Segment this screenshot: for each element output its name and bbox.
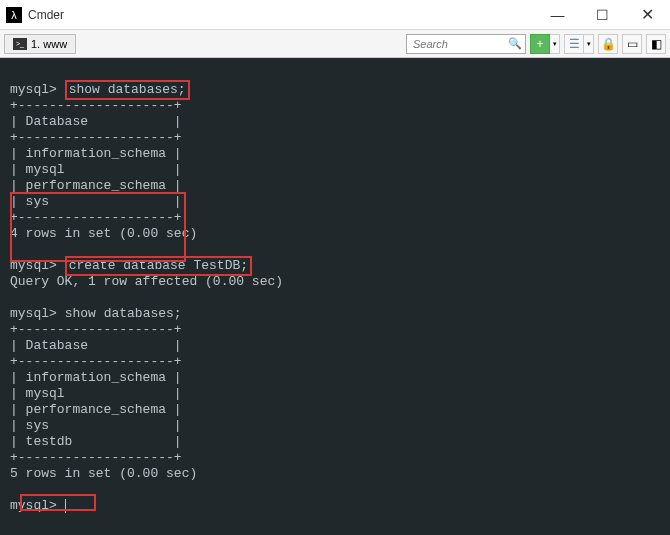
window-title: Cmder [28,8,535,22]
table-row: | sys | [10,418,182,433]
lock-icon[interactable]: 🔒 [598,34,618,54]
table-border: +--------------------+ [10,130,182,145]
prompt: mysql> [10,306,57,321]
table-row: | mysql | [10,162,182,177]
maximize-button[interactable]: ☐ [580,0,625,30]
terminal[interactable]: mysql> show databases; +----------------… [0,58,670,535]
table-row: | mysql | [10,386,182,401]
search-icon: 🔍 [508,37,522,50]
result-text: 4 rows in set (0.00 sec) [10,226,197,241]
table-border: +--------------------+ [10,98,182,113]
layout-single-button[interactable]: ▭ [622,34,642,54]
table-row-suffix: | [72,434,181,449]
table-row: | information_schema | [10,146,182,161]
search-wrap: 🔍 [406,34,526,54]
table-border: +--------------------+ [10,210,182,225]
new-tab-button[interactable]: + [530,34,550,54]
table-header: | Database | [10,114,182,129]
cursor [65,499,66,513]
table-row-prefix: | [10,434,26,449]
close-button[interactable]: ✕ [625,0,670,30]
terminal-icon: >_ [13,38,27,50]
command: create database TestDB; [65,256,252,276]
prompt: mysql> [10,498,57,513]
table-row: | information_schema | [10,370,182,385]
table-row: | sys | [10,194,182,209]
result-text: Query OK, 1 row affected (0.00 sec) [10,274,283,289]
table-border: +--------------------+ [10,322,182,337]
app-icon: λ [6,7,22,23]
titlebar: λ Cmder — ☐ ✕ [0,0,670,30]
minimize-button[interactable]: — [535,0,580,30]
command: show databases; [65,80,190,100]
new-tab-dropdown[interactable]: ▾ [550,34,560,54]
view-button[interactable]: ☰ [564,34,584,54]
command: show databases; [65,306,182,321]
layout-split-button[interactable]: ◧ [646,34,666,54]
table-border: +--------------------+ [10,450,182,465]
tab-number: 1. [31,38,40,50]
table-row: | performance_schema | [10,178,182,193]
tab-www[interactable]: >_ 1. www [4,34,76,54]
result-text: 5 rows in set (0.00 sec) [10,466,197,481]
prompt: mysql> [10,258,57,273]
tab-label: www [43,38,67,50]
table-header: | Database | [10,338,182,353]
table-row: | performance_schema | [10,402,182,417]
db-testdb: testdb [26,434,73,449]
view-dropdown[interactable]: ▾ [584,34,594,54]
toolbar: >_ 1. www 🔍 + ▾ ☰ ▾ 🔒 ▭ ◧ [0,30,670,58]
table-border: +--------------------+ [10,354,182,369]
prompt: mysql> [10,82,57,97]
